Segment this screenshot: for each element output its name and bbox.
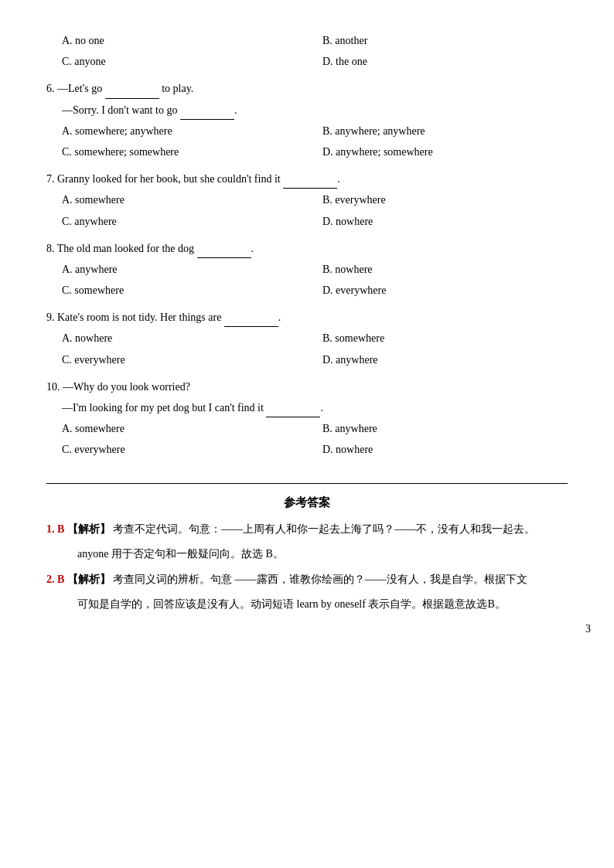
- option-10c: C. everywhere: [46, 440, 307, 459]
- option-5a: A. no one: [46, 31, 307, 50]
- option-7c: C. anywhere: [46, 212, 307, 231]
- answer-2: 2. B 【解析】 考查同义词的辨析。句意 ——露西，谁教你绘画的？——没有人，…: [46, 570, 568, 591]
- question-10-line1: 10. —Why do you look worried?: [46, 377, 568, 397]
- option-9d: D. anywhere: [307, 350, 568, 369]
- question-10-line2: —I'm looking for my pet dog but I can't …: [46, 398, 568, 417]
- answer-1-num-letter: 1. B: [46, 523, 64, 535]
- option-9c: C. everywhere: [46, 350, 307, 369]
- answer-1-text2: anyone 用于否定句和一般疑问向。故选 B。: [77, 548, 284, 560]
- option-9b: B. somewhere: [307, 328, 568, 348]
- option-7b: B. everywhere: [307, 190, 568, 209]
- page-number: 3: [585, 623, 591, 635]
- answer-2-num-letter: 2. B: [46, 574, 64, 585]
- answer-1-text: 考查不定代词。句意：——上周有人和你一起去上海了吗？——不，没有人和我一起去。: [113, 523, 535, 535]
- option-8b: B. nowhere: [307, 260, 568, 279]
- question-7-stem: 7. Granny looked for her book, but she c…: [46, 169, 568, 189]
- answer-title: 参考答案: [46, 495, 568, 510]
- option-5c: C. anyone: [46, 52, 307, 71]
- question-7: 7. Granny looked for her book, but she c…: [46, 169, 568, 231]
- option-7a: A. somewhere: [46, 190, 307, 209]
- question-6-line1: 6. —Let's go to play.: [46, 79, 568, 98]
- answer-2-cont: 可知是自学的，回答应该是没有人。动词短语 learn by oneself 表示…: [46, 594, 568, 615]
- option-6c: C. somewhere; somewhere: [46, 142, 307, 162]
- question-9-stem: 9. Kate's room is not tidy. Her things a…: [46, 308, 568, 327]
- answer-2-bracket: 【解析】: [67, 574, 111, 585]
- question-8: 8. The old man looked for the dog . A. a…: [46, 239, 568, 301]
- option-10d: D. nowhere: [307, 440, 568, 459]
- option-8c: C. somewhere: [46, 281, 307, 300]
- section-divider: [46, 483, 568, 484]
- option-5b: B. another: [307, 31, 568, 50]
- answer-2-text2: 可知是自学的，回答应该是没有人。动词短语 learn by oneself 表示…: [77, 598, 506, 610]
- question-6: 6. —Let's go to play. —Sorry. I don't wa…: [46, 79, 568, 162]
- option-6a: A. somewhere; anywhere: [46, 121, 307, 141]
- option-10b: B. anywhere: [307, 419, 568, 438]
- option-6b: B. anywhere; anywhere: [307, 121, 568, 141]
- question-9: 9. Kate's room is not tidy. Her things a…: [46, 308, 568, 369]
- question-10: 10. —Why do you look worried? —I'm looki…: [46, 377, 568, 460]
- question-5: A. no one B. another C. anyone D. the on…: [46, 31, 568, 71]
- option-6d: D. anywhere; somewhere: [307, 142, 568, 162]
- option-10a: A. somewhere: [46, 419, 307, 438]
- option-9a: A. nowhere: [46, 328, 307, 348]
- question-6-line2: —Sorry. I don't want to go .: [46, 100, 568, 120]
- option-8d: D. everywhere: [307, 281, 568, 300]
- answer-1-cont: anyone 用于否定句和一般疑问向。故选 B。: [46, 544, 568, 565]
- answer-1: 1. B 【解析】 考查不定代词。句意：——上周有人和你一起去上海了吗？——不，…: [46, 519, 568, 540]
- answer-1-bracket: 【解析】: [67, 523, 111, 535]
- question-8-stem: 8. The old man looked for the dog .: [46, 239, 568, 258]
- page: A. no one B. another C. anyone D. the on…: [0, 0, 614, 651]
- answer-section: 参考答案: [46, 495, 568, 510]
- option-5d: D. the one: [307, 52, 568, 71]
- answer-2-text: 考查同义词的辨析。句意 ——露西，谁教你绘画的？——没有人，我是自学。根据下文: [113, 574, 527, 585]
- option-8a: A. anywhere: [46, 260, 307, 279]
- option-7d: D. nowhere: [307, 212, 568, 231]
